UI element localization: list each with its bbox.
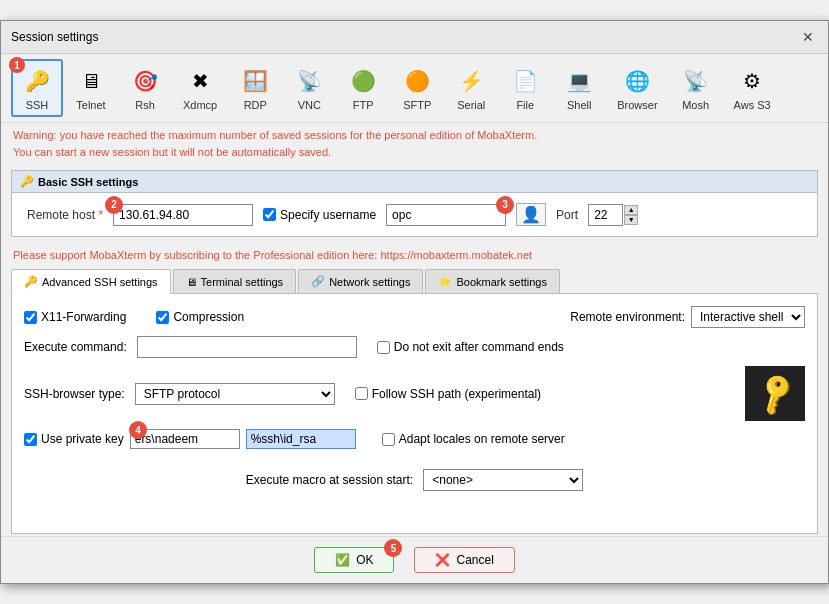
serial-label: Serial bbox=[457, 99, 485, 111]
vnc-label: VNC bbox=[298, 99, 321, 111]
port-down-button[interactable]: ▼ bbox=[624, 215, 638, 225]
badge-4: 4 bbox=[129, 421, 147, 439]
toolbar-awss3[interactable]: ⚙ Aws S3 bbox=[724, 59, 781, 117]
toolbar-ssh[interactable]: 1 🔑 SSH bbox=[11, 59, 63, 117]
port-up-button[interactable]: ▲ bbox=[624, 205, 638, 215]
shell-label: Shell bbox=[567, 99, 591, 111]
tab-bookmark-label: Bookmark settings bbox=[456, 276, 546, 288]
toolbar-serial[interactable]: ⚡ Serial bbox=[445, 59, 497, 117]
do-not-exit-label[interactable]: Do not exit after command ends bbox=[377, 340, 564, 354]
toolbar-shell[interactable]: 💻 Shell bbox=[553, 59, 605, 117]
telnet-label: Telnet bbox=[76, 99, 105, 111]
cancel-button[interactable]: ❌ Cancel bbox=[414, 547, 514, 573]
macro-select[interactable]: <none> bbox=[423, 469, 583, 491]
title-bar: Session settings ✕ bbox=[1, 21, 828, 54]
dialog-title: Session settings bbox=[11, 30, 98, 44]
execute-command-input[interactable] bbox=[137, 336, 357, 358]
close-button[interactable]: ✕ bbox=[798, 27, 818, 47]
tab-terminal-icon: 🖥 bbox=[186, 276, 197, 288]
execute-command-label: Execute command: bbox=[24, 340, 127, 354]
tab-bookmark[interactable]: ⭐ Bookmark settings bbox=[425, 269, 559, 293]
ok-label: OK bbox=[356, 553, 373, 567]
use-private-key-label[interactable]: Use private key bbox=[24, 432, 124, 446]
compression-label[interactable]: Compression bbox=[156, 310, 244, 324]
serial-icon: ⚡ bbox=[455, 65, 487, 97]
rdp-icon: 🪟 bbox=[239, 65, 271, 97]
follow-ssh-checkbox[interactable] bbox=[355, 387, 368, 400]
mosh-label: Mosh bbox=[682, 99, 709, 111]
ssh-icon: 🔑 bbox=[21, 65, 53, 97]
browser-label: Browser bbox=[617, 99, 657, 111]
ftp-icon: 🟢 bbox=[347, 65, 379, 97]
private-key-input2[interactable] bbox=[246, 429, 356, 449]
toolbar-sftp[interactable]: 🟠 SFTP bbox=[391, 59, 443, 117]
port-spinner-buttons: ▲ ▼ bbox=[624, 205, 638, 225]
use-private-key-checkbox[interactable] bbox=[24, 433, 37, 446]
vnc-icon: 📡 bbox=[293, 65, 325, 97]
ssh-browser-select[interactable]: SFTP protocol SCP protocol Disabled bbox=[135, 383, 335, 405]
xdmcp-label: Xdmcp bbox=[183, 99, 217, 111]
rsh-label: Rsh bbox=[135, 99, 155, 111]
adapt-locales-checkbox[interactable] bbox=[382, 433, 395, 446]
basic-ssh-panel: 🔑 Basic SSH settings Remote host * 2 Spe… bbox=[11, 170, 818, 237]
toolbar-rdp[interactable]: 🪟 RDP bbox=[229, 59, 281, 117]
x11-forwarding-label[interactable]: X11-Forwarding bbox=[24, 310, 126, 324]
macro-label: Execute macro at session start: bbox=[246, 473, 413, 487]
toolbar-browser[interactable]: 🌐 Browser bbox=[607, 59, 667, 117]
toolbar-ftp[interactable]: 🟢 FTP bbox=[337, 59, 389, 117]
rdp-label: RDP bbox=[244, 99, 267, 111]
specify-username-checkbox-label[interactable]: Specify username bbox=[263, 208, 376, 222]
compression-checkbox[interactable] bbox=[156, 311, 169, 324]
username-input[interactable] bbox=[386, 204, 506, 226]
ssh-browser-label: SSH-browser type: bbox=[24, 387, 125, 401]
port-input[interactable] bbox=[588, 204, 623, 226]
remote-host-container: 2 bbox=[113, 204, 253, 226]
ok-button[interactable]: ✅ OK bbox=[314, 547, 394, 573]
remote-host-input[interactable] bbox=[113, 204, 253, 226]
tab-terminal[interactable]: 🖥 Terminal settings bbox=[173, 269, 297, 293]
xdmcp-icon: ✖ bbox=[184, 65, 216, 97]
session-dialog: Session settings ✕ 1 🔑 SSH 🖥 Telnet 🎯 Rs… bbox=[0, 20, 829, 584]
tab-network[interactable]: 🔗 Network settings bbox=[298, 269, 423, 293]
awss3-label: Aws S3 bbox=[734, 99, 771, 111]
support-bar: Please support MobaXterm by subscribing … bbox=[1, 243, 828, 267]
toolbar-rsh[interactable]: 🎯 Rsh bbox=[119, 59, 171, 117]
x11-forwarding-checkbox[interactable] bbox=[24, 311, 37, 324]
toolbar-file[interactable]: 📄 File bbox=[499, 59, 551, 117]
tab-advanced-label: Advanced SSH settings bbox=[42, 276, 158, 288]
basic-ssh-title: Basic SSH settings bbox=[38, 176, 138, 188]
ssh-label: SSH bbox=[26, 99, 49, 111]
toolbar-xdmcp[interactable]: ✖ Xdmcp bbox=[173, 59, 227, 117]
file-icon: 📄 bbox=[509, 65, 541, 97]
follow-ssh-label[interactable]: Follow SSH path (experimental) bbox=[355, 387, 541, 401]
dialog-footer: 5 ✅ OK ❌ Cancel bbox=[1, 536, 828, 583]
basic-ssh-icon: 🔑 bbox=[20, 175, 34, 188]
ftp-label: FTP bbox=[353, 99, 374, 111]
protocol-toolbar: 1 🔑 SSH 🖥 Telnet 🎯 Rsh ✖ Xdmcp 🪟 RDP 📡 V… bbox=[1, 54, 828, 123]
badge-5: 5 bbox=[384, 539, 402, 557]
remote-host-label: Remote host * bbox=[27, 208, 103, 222]
do-not-exit-checkbox[interactable] bbox=[377, 341, 390, 354]
username-container: 3 bbox=[386, 204, 506, 226]
port-label: Port bbox=[556, 208, 578, 222]
ok-icon: ✅ bbox=[335, 553, 350, 567]
cancel-icon: ❌ bbox=[435, 553, 450, 567]
user-icon-button[interactable]: 👤 bbox=[516, 203, 546, 226]
browser-icon: 🌐 bbox=[621, 65, 653, 97]
badge-2: 2 bbox=[105, 196, 123, 214]
toolbar-vnc[interactable]: 📡 VNC bbox=[283, 59, 335, 117]
toolbar-telnet[interactable]: 🖥 Telnet bbox=[65, 59, 117, 117]
rsh-icon: 🎯 bbox=[129, 65, 161, 97]
tab-network-icon: 🔗 bbox=[311, 275, 325, 288]
specify-username-checkbox[interactable] bbox=[263, 208, 276, 221]
toolbar-mosh[interactable]: 📡 Mosh bbox=[670, 59, 722, 117]
basic-ssh-header: 🔑 Basic SSH settings bbox=[12, 171, 817, 193]
telnet-icon: 🖥 bbox=[75, 65, 107, 97]
awss3-icon: ⚙ bbox=[736, 65, 768, 97]
tab-advanced[interactable]: 🔑 Advanced SSH settings bbox=[11, 269, 171, 294]
remote-env-select[interactable]: Interactive shell Bash Zsh Custom bbox=[691, 306, 805, 328]
adapt-locales-label[interactable]: Adapt locales on remote server bbox=[382, 432, 565, 446]
tab-terminal-label: Terminal settings bbox=[201, 276, 284, 288]
macro-row: Execute macro at session start: <none> bbox=[24, 461, 805, 491]
warning-bar: Warning: you have reached the maximum nu… bbox=[1, 123, 828, 164]
